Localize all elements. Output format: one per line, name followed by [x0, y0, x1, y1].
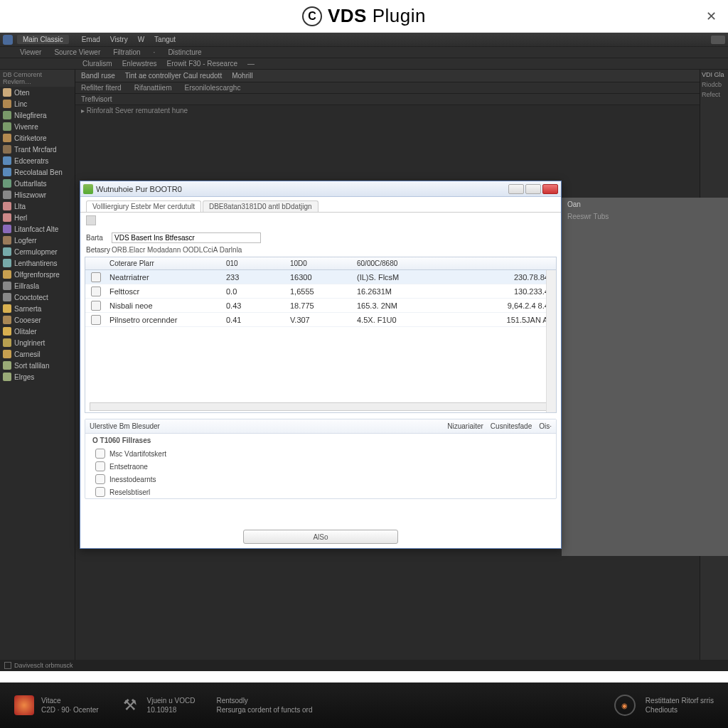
toolbar-item[interactable]: Filtration	[113, 48, 140, 56]
sidebar-item-label: Olitaler	[14, 328, 37, 336]
name-input[interactable]	[112, 232, 261, 243]
maximize-button[interactable]	[525, 184, 541, 194]
minimize-button[interactable]	[508, 184, 524, 194]
window-tab[interactable]: Main Classic	[17, 35, 69, 44]
tool-icon[interactable]	[86, 215, 96, 225]
sidebar-item[interactable]: Cooeser	[0, 314, 75, 326]
toolbar-item[interactable]: ·	[154, 48, 156, 56]
grid-cell: 4.5X. F1U0	[354, 316, 429, 324]
toolbar-item[interactable]: Distincture	[168, 48, 201, 56]
editor-tab[interactable]: Treflvisort	[81, 95, 112, 103]
editor-tabs-1: Bandl ruseTint ae controllyer Caul reudo…	[75, 70, 700, 82]
sidebar-item[interactable]: Eillrasla	[0, 280, 75, 291]
toolbar-item[interactable]: Erowit F30 - Researce	[167, 60, 237, 68]
sidebar-item-icon	[3, 338, 11, 347]
sidebar-item[interactable]: Oten	[0, 87, 75, 98]
sidebar-item-label: Sort tallilan	[14, 362, 49, 370]
grid-vscroll[interactable]	[546, 270, 556, 412]
section-link[interactable]: Ois·	[539, 422, 552, 430]
grid-col-header[interactable]: 010	[223, 259, 287, 267]
dialog-tab[interactable]: Vollliergiury Estebr Mer cerdutult	[86, 200, 201, 212]
window-controls-icon[interactable]	[711, 36, 725, 44]
sidebar-item[interactable]: Hliszwowr	[0, 189, 75, 200]
sidebar-item[interactable]: Logferr	[0, 235, 75, 246]
dialog-tab[interactable]: DBE8atan3181D0 antl bDdatjign	[203, 200, 318, 212]
toolbar-item[interactable]: Enlewstres	[122, 60, 157, 68]
sidebar-item[interactable]: Cermulopmer	[0, 246, 75, 257]
right-panel-item[interactable]: Riodcb	[702, 81, 727, 88]
editor-tab[interactable]: Refilter fiterd	[81, 84, 122, 92]
editor-tab[interactable]: Bandl ruse	[81, 72, 115, 80]
options-section: Ulerstive Bm Blesuder NizuariaiterCusnit…	[85, 419, 557, 499]
sidebar-item[interactable]: Edceeratrs	[0, 155, 75, 166]
grid-cell: (IL)S. FlcsM	[354, 273, 429, 282]
toolbar-item[interactable]: Viewer	[20, 48, 41, 56]
toolbar-item[interactable]: —	[247, 60, 255, 68]
grid-col-header[interactable]: 10D0	[287, 259, 354, 267]
footer-label: Rentsodly	[216, 696, 312, 705]
sidebar-item-icon	[3, 134, 11, 142]
sidebar-item[interactable]: Olitaler	[0, 326, 75, 337]
grid-row[interactable]: Felttoscr0.01,655516.2631M130.233.44	[85, 284, 556, 299]
sidebar-item[interactable]: Outtarllats	[0, 178, 75, 189]
sidebar-item-label: Herl	[14, 214, 27, 222]
sidebar-item[interactable]: Nilegfirera	[0, 109, 75, 121]
sidebar-item[interactable]: Unglrinert	[0, 337, 75, 348]
option-row[interactable]: Reselsbtiserl	[85, 486, 556, 498]
row-icon	[91, 301, 101, 311]
sidebar-item[interactable]: Olfgrenforspre	[0, 269, 75, 280]
editor-tab[interactable]: Rifanattiiem	[134, 84, 172, 92]
sidebar-item-icon	[3, 293, 11, 301]
menu-item[interactable]: Emad	[82, 36, 100, 43]
grid-col-header[interactable]: Coterare Plarr	[107, 259, 223, 267]
footer-round-icon[interactable]: ◉	[614, 695, 636, 716]
close-icon[interactable]: ✕	[706, 9, 717, 24]
sidebar-item[interactable]: Llta	[0, 200, 75, 212]
option-row[interactable]: Entsetraone	[85, 460, 556, 473]
editor-tab[interactable]: Ersonilolescarghc	[185, 84, 241, 92]
menu-item[interactable]: Vistry	[110, 36, 128, 43]
editor-tab[interactable]: Tint ae controllyer Caul reudott	[125, 72, 222, 80]
hammer-icon: ⚒	[120, 695, 140, 715]
sidebar-item[interactable]: Sarnerta	[0, 303, 75, 314]
field-label: Barta	[86, 234, 109, 242]
sidebar-item[interactable]: Lenthantirens	[0, 257, 75, 269]
grid-col-header[interactable]: 60/00C/8680	[354, 259, 429, 267]
footer-label: Vjuein u VOCD	[147, 696, 196, 705]
sidebar-item-icon	[3, 122, 11, 131]
sidebar-item[interactable]: Elrges	[0, 371, 75, 382]
sidebar-item[interactable]: Sort tallilan	[0, 360, 75, 371]
sidebar-item[interactable]: Cooctotect	[0, 291, 75, 303]
sidebar-item[interactable]: Herl	[0, 212, 75, 223]
sidebar-item-icon	[3, 247, 11, 256]
sidebar-item-label: Outtarllats	[14, 180, 47, 188]
sidebar-item[interactable]: Carnesil	[0, 348, 75, 360]
sidebar-item[interactable]: Trant Mrcfard	[0, 144, 75, 155]
menu-item[interactable]: W	[138, 36, 144, 43]
confirm-button[interactable]: AlSo	[243, 530, 398, 544]
option-label: Msc Vdartifotskert	[109, 450, 166, 458]
grid-row[interactable]: Nisbali neoe0.4318.775165.3. 2NM9,64.2.4…	[85, 299, 556, 313]
option-row[interactable]: Inesstodearnts	[85, 473, 556, 486]
option-row[interactable]: Msc Vdartifotskert	[85, 447, 556, 460]
editor-tab[interactable]: Mohrill	[232, 72, 252, 80]
toolbar-item[interactable]: Cluralism	[82, 60, 112, 68]
grid-hscroll[interactable]	[90, 402, 552, 411]
sidebar-item[interactable]: Litanfcact Alte	[0, 223, 75, 235]
sidebar-item[interactable]: Recolataal Ben	[0, 166, 75, 178]
menu-item[interactable]: Tangut	[154, 36, 176, 43]
section-link[interactable]: Cusnitesfade	[491, 422, 532, 430]
grid-row[interactable]: Neatrriatrer23316300(IL)S. FlcsM230.78.8…	[85, 270, 556, 284]
sidebar-item[interactable]: Citirketore	[0, 132, 75, 144]
sidebar-item-icon	[3, 304, 11, 313]
section-link[interactable]: Nizuariaiter	[447, 422, 483, 430]
sidebar-item-label: Nilegfirera	[14, 112, 47, 119]
right-panel-item[interactable]: Refect	[702, 91, 727, 98]
sidebar-item[interactable]: Linc	[0, 98, 75, 109]
close-button[interactable]	[542, 184, 558, 194]
sidebar-item-icon	[3, 373, 11, 381]
grid-row[interactable]: Pilnsetro orcennder0.41V.3074.5X. F1U015…	[85, 313, 556, 327]
grid-cell: 0.43	[223, 301, 287, 310]
toolbar-item[interactable]: Source Viewer	[54, 48, 100, 56]
sidebar-item[interactable]: Vivenre	[0, 121, 75, 132]
